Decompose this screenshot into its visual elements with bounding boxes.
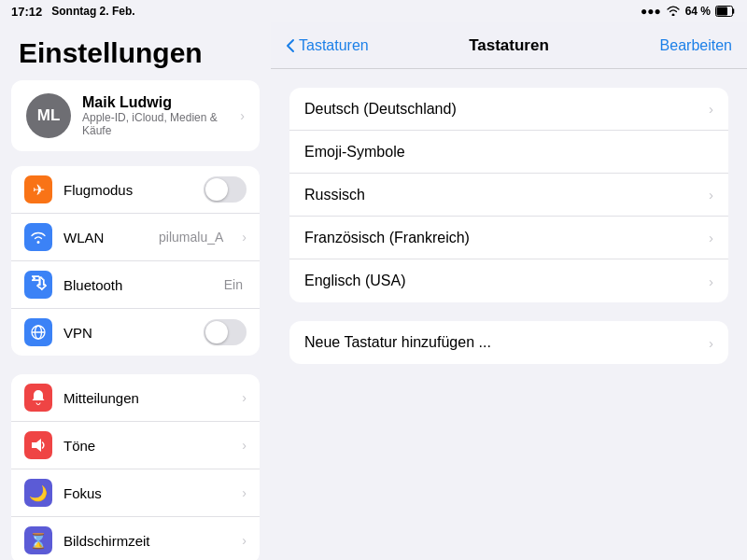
vpn-icon [24,318,52,346]
wifi-icon [666,5,681,19]
bluetooth-label: Bluetooth [63,277,213,293]
notifications-group: Mitteilungen › Töne › 🌙 Fokus › ⌛ [11,374,260,560]
bildschirmzeit-label: Bildschirmzeit [63,533,227,549]
keyboards-list: Deutsch (Deutschland) › Emoji-Symbole Ru… [271,69,747,560]
toene-label: Töne [63,438,227,454]
flugmodus-toggle[interactable] [204,176,247,203]
back-chevron-icon [286,38,295,53]
nav-title: Tastaturen [469,36,549,55]
settings-title: Einstellungen [0,22,271,80]
user-chevron: › [240,108,245,123]
toene-icon [24,431,52,459]
keyboard-franzoesisch-label: Französisch (Frankreich) [304,230,709,246]
sidebar-item-bildschirmzeit[interactable]: ⌛ Bildschirmzeit › [11,517,260,560]
sidebar-item-wlan[interactable]: WLAN pilumalu_A › [11,214,260,261]
connectivity-group: ✈ Flugmodus WLAN pilumalu_A › ⮷ Blue [11,166,260,356]
sidebar-item-vpn[interactable]: VPN [11,309,260,356]
sidebar-item-mitteilungen[interactable]: Mitteilungen › [11,374,260,422]
status-bar: 17:12 Sonntag 2. Feb. ●●● 64 % [0,0,747,22]
avatar: ML [26,93,71,138]
status-date: Sonntag 2. Feb. [51,5,134,18]
nav-bar: Tastaturen Tastaturen Bearbeiten [271,22,747,69]
bildschirmzeit-chevron: › [242,533,247,548]
sidebar: Einstellungen ML Maik Ludwig Apple-ID, i… [0,22,271,560]
flugmodus-label: Flugmodus [63,182,192,198]
user-name: Maik Ludwig [82,94,225,111]
bildschirmzeit-icon: ⌛ [24,526,52,554]
sidebar-item-fokus[interactable]: 🌙 Fokus › [11,469,260,517]
keyboard-englisch-label: Englisch (USA) [304,273,709,289]
keyboard-deutsch[interactable]: Deutsch (Deutschland) › [289,88,728,131]
keyboard-deutsch-label: Deutsch (Deutschland) [304,101,709,118]
status-time: 17:12 [11,5,42,19]
keyboard-emoji[interactable]: Emoji-Symbole [289,131,728,174]
keyboard-englisch[interactable]: Englisch (USA) › [289,259,728,302]
keyboard-russisch[interactable]: Russisch › [289,174,728,217]
mitteilungen-label: Mitteilungen [63,390,227,406]
detail-pane: Tastaturen Tastaturen Bearbeiten Deutsch… [271,22,747,560]
wlan-icon [24,223,52,251]
user-subtitle: Apple-ID, iCloud, Medien & Käufe [82,111,225,137]
battery-icon [715,6,736,17]
battery-text: 64 % [685,5,711,18]
wlan-label: WLAN [63,230,148,245]
mitteilungen-chevron: › [242,390,247,405]
keyboard-add-label: Neue Tastatur hinzufügen ... [304,334,709,351]
keyboards-group1: Deutsch (Deutschland) › Emoji-Symbole Ru… [289,88,728,302]
wlan-value: pilumalu_A [159,230,223,245]
nav-back-label: Tastaturen [299,37,369,54]
fokus-label: Fokus [63,485,227,501]
main-layout: Einstellungen ML Maik Ludwig Apple-ID, i… [0,22,747,560]
keyboard-russisch-chevron: › [709,187,713,203]
svg-marker-5 [32,439,41,452]
fokus-icon: 🌙 [24,479,52,507]
keyboard-add-chevron: › [709,335,713,351]
signal-icon: ●●● [641,5,661,18]
nav-action-button[interactable]: Bearbeiten [660,37,732,54]
toene-chevron: › [242,438,247,453]
keyboards-group2: Neue Tastatur hinzufügen ... › [289,321,728,364]
vpn-label: VPN [63,325,192,341]
keyboard-add[interactable]: Neue Tastatur hinzufügen ... › [289,321,728,364]
keyboard-russisch-label: Russisch [304,187,709,203]
user-info: Maik Ludwig Apple-ID, iCloud, Medien & K… [82,94,225,137]
status-right: ●●● 64 % [641,5,736,19]
fokus-chevron: › [242,485,247,500]
bluetooth-icon: ⮷ [24,271,52,299]
user-profile[interactable]: ML Maik Ludwig Apple-ID, iCloud, Medien … [11,80,260,151]
svg-rect-1 [717,7,728,16]
keyboard-englisch-chevron: › [709,273,713,289]
flugmodus-icon: ✈ [24,175,52,203]
sidebar-item-bluetooth[interactable]: ⮷ Bluetooth Ein [11,261,260,309]
nav-back-button[interactable]: Tastaturen [286,37,369,54]
mitteilungen-icon [24,384,52,412]
wlan-chevron: › [242,230,247,245]
keyboard-franzoesisch-chevron: › [709,230,713,245]
keyboard-deutsch-chevron: › [709,101,713,117]
vpn-toggle[interactable] [204,319,247,345]
sidebar-item-flugmodus[interactable]: ✈ Flugmodus [11,166,260,214]
sidebar-item-toene[interactable]: Töne › [11,422,260,469]
bluetooth-value: Ein [224,277,243,292]
keyboard-emoji-label: Emoji-Symbole [304,144,713,161]
keyboard-franzoesisch[interactable]: Französisch (Frankreich) › [289,217,728,259]
